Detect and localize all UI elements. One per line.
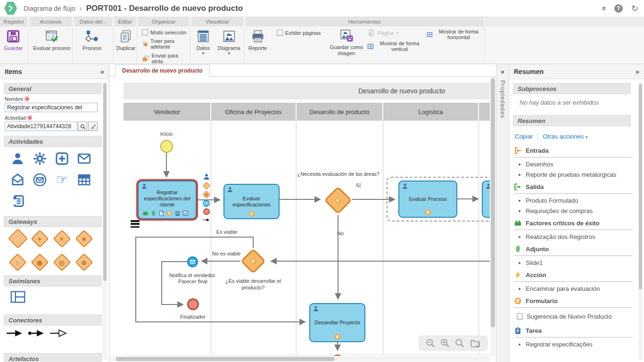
- items-panel-scrollbar[interactable]: [103, 82, 107, 360]
- task-registrar-especificaciones[interactable]: Registrar especificaciones del cliente: [138, 181, 197, 219]
- section-gateways[interactable]: Gateways: [4, 216, 102, 227]
- task-partial-right[interactable]: [482, 181, 490, 218]
- parallel-gateway-icon[interactable]: +: [29, 230, 51, 247]
- report-button[interactable]: Reporte: [248, 29, 267, 51]
- zoom-search-icon[interactable]: [454, 338, 465, 348]
- save-as-image-button[interactable]: Guardar como imagen: [329, 28, 364, 57]
- section-conectores[interactable]: Conectores: [4, 314, 102, 326]
- propiedades-collapsed-tab[interactable]: « Propiedades: [496, 64, 509, 362]
- add-end-event-icon[interactable]: [203, 208, 210, 215]
- tab-desarrollo-de-nuevo-producto[interactable]: Desarrollo de nuevo producto: [115, 65, 210, 77]
- user-task-icon[interactable]: [7, 150, 29, 167]
- export-folder-icon[interactable]: [469, 338, 481, 348]
- process-data-button[interactable]: Proceso: [83, 29, 101, 51]
- canvas-horizontal-scrollbar[interactable]: [110, 356, 490, 362]
- data-view-button[interactable]: Datos ▾: [196, 29, 210, 55]
- list-item: Encaminar para evaluación: [526, 285, 633, 292]
- event-start-gateway-icon[interactable]: ◎: [51, 254, 73, 271]
- add-connector-icon[interactable]: [202, 217, 210, 222]
- sequence-flow-icon[interactable]: [6, 328, 24, 338]
- checkbox-icon[interactable]: [517, 313, 523, 320]
- service-task-icon[interactable]: [29, 150, 51, 167]
- search-activity-button[interactable]: [78, 122, 87, 131]
- section-subprocesos[interactable]: Subprocesos: [513, 83, 631, 94]
- receive-message-task-icon[interactable]: [7, 171, 29, 188]
- required-icon: ∗: [27, 115, 32, 120]
- group-factores: Factores críticos de éxito: [514, 218, 633, 230]
- message-event-notifica[interactable]: [187, 256, 198, 267]
- help-icon[interactable]: ?: [614, 4, 623, 13]
- show-vertical-button[interactable]: Mostrar de forma vertical: [367, 41, 423, 52]
- exclusive-gateway-icon[interactable]: [7, 230, 29, 247]
- expand-panel-icon[interactable]: »: [636, 67, 639, 75]
- zoom-controls: [419, 336, 487, 351]
- send-backward-button[interactable]: Enviar para atrás: [142, 53, 190, 64]
- zoom-in-icon[interactable]: [440, 338, 450, 348]
- envelope-icon: [190, 259, 196, 265]
- message-event-icon[interactable]: [29, 171, 51, 188]
- page-button[interactable]: Página ▾: [367, 29, 398, 37]
- duplicate-button[interactable]: Duplicar: [115, 29, 137, 51]
- collapse-ribbon-icon[interactable]: »: [599, 6, 608, 10]
- section-swimlanes[interactable]: Swimlanes: [4, 275, 102, 287]
- ribbon-group-acciones: Acciones Evaluar proceso: [30, 17, 73, 64]
- show-horizontal-button[interactable]: Mostrar de forma horizontal: [427, 29, 482, 40]
- task-evaluar-proceso[interactable]: Evaluar Proceso: [398, 181, 457, 218]
- canvas-vertical-scrollbar[interactable]: [490, 77, 495, 356]
- association-flow-icon[interactable]: [49, 328, 67, 338]
- swimlane-icon[interactable]: [7, 288, 29, 305]
- copy-link[interactable]: Copiar: [515, 133, 533, 140]
- resumen-panel-scrollbar[interactable]: [638, 82, 643, 360]
- add-user-task-icon[interactable]: [203, 173, 210, 181]
- section-resumen[interactable]: Resumen: [513, 115, 631, 126]
- nombre-input[interactable]: Registrar especificaciones del: [5, 103, 98, 112]
- collapse-panel-icon[interactable]: «: [100, 67, 104, 75]
- collapse-panel-icon: «: [501, 68, 504, 75]
- diagram-image-icon: [222, 29, 236, 43]
- script-task-icon[interactable]: [7, 192, 29, 209]
- parallel-event-gateway-icon[interactable]: ⊕: [73, 254, 95, 271]
- complex-gateway-icon[interactable]: ∗: [73, 230, 95, 247]
- business-rule-task-icon[interactable]: [73, 171, 95, 188]
- add-parallel-gateway-icon[interactable]: ⊕: [202, 191, 210, 199]
- connector-palette: [6, 328, 67, 338]
- context-menu-icon[interactable]: [131, 220, 140, 228]
- flow-label-es-viable: Es viable: [216, 229, 238, 235]
- selection-mode-checkbox[interactable]: Modo selección: [142, 29, 186, 35]
- send-message-task-icon[interactable]: [73, 150, 95, 167]
- event-gateway-icon[interactable]: ◉: [29, 254, 51, 271]
- format-painter-button[interactable]: [88, 122, 98, 131]
- diagram-view-button[interactable]: Diagrama ▾: [218, 29, 240, 55]
- subprocess-task-icon[interactable]: [51, 150, 73, 167]
- section-artefactos[interactable]: Artefactos: [4, 353, 102, 362]
- actividad-input[interactable]: Atividade1279144744328: [5, 122, 77, 131]
- inclusive-gateway-icon[interactable]: ○: [7, 254, 29, 271]
- diagram-viewport[interactable]: Desarrollo de nuevo producto Vendedor Of…: [110, 77, 490, 356]
- zoom-out-icon[interactable]: [425, 338, 436, 348]
- save-button[interactable]: Guardar: [4, 29, 23, 51]
- exclusive-x-gateway-icon[interactable]: ×: [51, 230, 73, 247]
- refresh-icon[interactable]: ↻: [631, 3, 638, 14]
- user-task-icon: [485, 183, 490, 189]
- other-actions-link[interactable]: Otras acciones ▾: [543, 133, 587, 140]
- task-desarollar-proyecto[interactable]: Desarollar Proyecto: [309, 303, 365, 342]
- show-pages-checkbox[interactable]: Exhibir páginas: [277, 30, 321, 36]
- critical-factor-icon: [142, 210, 149, 216]
- propiedades-tab-label: Propiedades: [499, 80, 506, 118]
- manual-task-icon[interactable]: ☞: [51, 171, 73, 188]
- add-gateway-icon[interactable]: [202, 182, 210, 190]
- group-salida: Salida: [514, 181, 633, 194]
- image-save-icon: [339, 28, 354, 42]
- section-actividades[interactable]: Actividades: [4, 136, 102, 147]
- default-flow-icon[interactable]: [27, 328, 45, 338]
- section-general[interactable]: General: [4, 83, 102, 94]
- task-evaluar-especificaciones[interactable]: Evaluar especificaciones: [223, 184, 280, 219]
- end-event-finalizador[interactable]: [187, 298, 199, 310]
- bring-forward-button[interactable]: Traer para adelante: [142, 38, 187, 49]
- entrada-list: Desenhos Reporte de pruebas metalúrgicas: [514, 161, 633, 178]
- add-message-event-icon[interactable]: [203, 200, 210, 207]
- breadcrumb[interactable]: Diagrama de flujo: [24, 5, 75, 12]
- evaluate-process-button[interactable]: Evaluar proceso: [32, 29, 72, 51]
- start-event[interactable]: [160, 140, 173, 153]
- gateway2-label-line1: ¿Es viable desarrollar el: [225, 278, 281, 284]
